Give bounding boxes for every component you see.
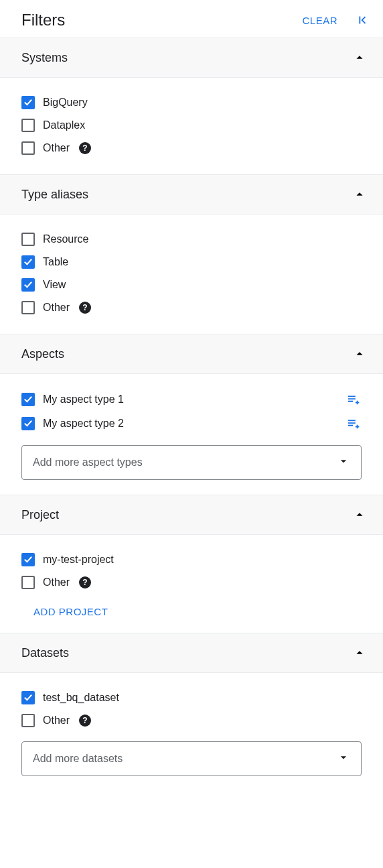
filter-label: Table (43, 256, 362, 268)
aspects-dropdown[interactable]: Add more aspect types (21, 445, 362, 480)
filter-label: My aspect type 2 (43, 418, 339, 430)
filters-title: Filters (21, 11, 298, 29)
add-rule-icon[interactable] (347, 416, 362, 431)
checkbox-resource[interactable] (21, 233, 35, 246)
aspects-section-header[interactable]: Aspects (0, 334, 383, 374)
checkbox-test-bq-dataset[interactable] (21, 691, 35, 704)
filter-label: my-test-project (43, 554, 362, 566)
chevron-up-icon (352, 645, 367, 660)
dropdown-placeholder: Add more aspect types (33, 456, 337, 469)
project-title: Project (21, 508, 352, 522)
datasets-section-header[interactable]: Datasets (0, 633, 383, 673)
systems-title: Systems (21, 51, 352, 65)
filter-row: My aspect type 2 (21, 412, 362, 436)
checkbox-dataplex[interactable] (21, 119, 35, 132)
checkbox-my-test-project[interactable] (21, 553, 35, 566)
chevron-up-icon (352, 347, 367, 361)
chevron-up-icon (352, 187, 367, 202)
filter-row: Other ? (21, 296, 362, 319)
dropdown-placeholder: Add more datasets (33, 753, 337, 765)
filter-label: Other (43, 302, 70, 314)
aspects-title: Aspects (21, 347, 352, 361)
checkbox-aspect-1[interactable] (21, 393, 35, 406)
type-aliases-section-header[interactable]: Type aliases (0, 174, 383, 214)
checkbox-view[interactable] (21, 278, 35, 292)
datasets-title: Datasets (21, 646, 352, 660)
filter-label: test_bq_dataset (43, 692, 362, 704)
clear-button[interactable]: CLEAR (298, 14, 341, 27)
filter-row: Other ? (21, 709, 362, 732)
filter-label: BigQuery (43, 97, 362, 109)
help-icon[interactable]: ? (79, 576, 91, 588)
filter-row: Table (21, 251, 362, 273)
checkbox-project-other[interactable] (21, 576, 35, 589)
filter-row: View (21, 273, 362, 296)
type-aliases-title: Type aliases (21, 188, 352, 202)
datasets-body: test_bq_dataset Other ? Add more dataset… (0, 673, 383, 791)
checkbox-table[interactable] (21, 255, 35, 269)
filter-row: my-test-project (21, 548, 362, 571)
type-aliases-body: Resource Table View Other ? (0, 214, 383, 334)
filter-row: Other ? (21, 571, 362, 594)
checkbox-bigquery[interactable] (21, 96, 35, 109)
systems-section-header[interactable]: Systems (0, 38, 383, 78)
help-icon[interactable]: ? (79, 302, 91, 314)
filter-row: Other ? (21, 137, 362, 160)
filter-label: Other (43, 715, 70, 727)
chevron-up-icon (352, 507, 367, 522)
checkbox-datasets-other[interactable] (21, 714, 35, 727)
add-project-button[interactable]: ADD PROJECT (21, 599, 112, 617)
project-section-header[interactable]: Project (0, 495, 383, 535)
filters-header: Filters CLEAR (0, 0, 383, 38)
aspects-body: My aspect type 1 My aspect type 2 Add mo… (0, 374, 383, 495)
filter-row: test_bq_dataset (21, 686, 362, 709)
checkbox-aspect-2[interactable] (21, 417, 35, 430)
systems-body: BigQuery Dataplex Other ? (0, 78, 383, 174)
filter-row: BigQuery (21, 91, 362, 114)
filter-label: Other (43, 576, 70, 588)
add-rule-icon[interactable] (347, 392, 362, 407)
checkbox-type-other[interactable] (21, 301, 35, 314)
project-body: my-test-project Other ? ADD PROJECT (0, 535, 383, 633)
filter-row: My aspect type 1 (21, 387, 362, 412)
filter-row: Resource (21, 228, 362, 251)
checkbox-systems-other[interactable] (21, 141, 35, 155)
chevron-up-icon (352, 50, 367, 65)
filter-label: My aspect type 1 (43, 393, 339, 406)
filter-label: Resource (43, 233, 362, 245)
help-icon[interactable]: ? (79, 142, 91, 154)
filter-label: Other (43, 142, 70, 154)
dropdown-arrow-icon (337, 454, 350, 471)
datasets-dropdown[interactable]: Add more datasets (21, 741, 362, 776)
help-icon[interactable]: ? (79, 715, 91, 727)
filter-label: Dataplex (43, 119, 362, 131)
filter-row: Dataplex (21, 114, 362, 137)
dropdown-arrow-icon (337, 751, 350, 767)
filter-label: View (43, 279, 362, 291)
collapse-panel-icon[interactable] (355, 13, 370, 27)
